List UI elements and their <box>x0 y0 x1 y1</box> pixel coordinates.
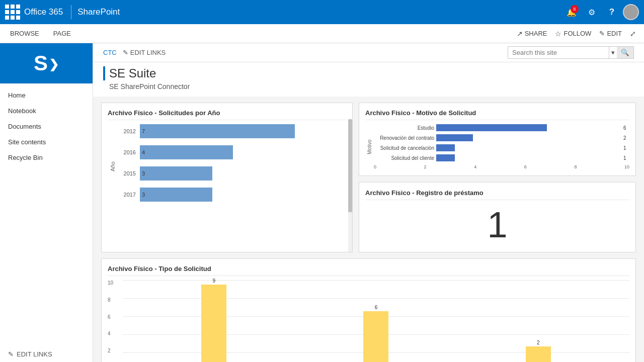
top-bar: Office 365 SharePoint 🔔 6 ⚙ ? <box>0 0 644 24</box>
search-bar-container: ▾ 🔍 <box>508 46 634 59</box>
sidebar-item-site-contents[interactable]: Site contents <box>0 134 93 150</box>
notifications-button[interactable]: 🔔 6 <box>562 3 581 21</box>
page-layout: S ❯ Home Notebook Documents Site content… <box>0 43 644 362</box>
charts-row-1: Archivo Físico - Solicitudes por Año Año… <box>101 103 636 252</box>
scrollbar-track[interactable] <box>348 119 352 252</box>
bar-2012: 2012 7 <box>118 124 346 138</box>
motivo-chart-card: Archivo Físico - Motivo de Solicitud Mot… <box>359 103 636 176</box>
page-title-bar: SE Suite SE SharePoint Connector <box>93 62 644 97</box>
tipo-bar-consulta: 2 Consulta <box>526 340 551 362</box>
motivo-estudio: Estudio 6 <box>374 124 629 131</box>
nav-divider <box>71 5 71 19</box>
search-go-button[interactable]: 🔍 <box>617 47 633 58</box>
sec-nav-right: ↗ SHARE ☆ FOLLOW ✎ EDIT ⤢ <box>517 30 636 38</box>
motivo-renovacion: Renovación del contrato 2 <box>374 134 629 141</box>
sidebar-item-recycle-bin[interactable]: Recycle Bin <box>0 150 93 165</box>
user-avatar[interactable] <box>623 4 639 20</box>
pencil-icon-sidebar: ✎ <box>8 350 14 358</box>
tipo-solicitud-card: Archivo Físico - Tipo de Solicitud 10 8 … <box>101 258 636 362</box>
prestamo-bar <box>201 285 226 362</box>
edit-page-button[interactable]: ✎ EDIT <box>599 30 622 37</box>
solicitudes-y-axis-label: Año <box>108 124 118 209</box>
sidebar-nav: Home Notebook Documents Site contents Re… <box>0 83 93 346</box>
tipo-chart-area: 10 8 6 4 2 0 <box>108 280 629 362</box>
top-bar-right: 🔔 6 ⚙ ? <box>562 3 639 21</box>
sidebar-item-home[interactable]: Home <box>0 87 93 103</box>
bar-2016: 2016 4 <box>118 145 346 159</box>
help-button[interactable]: ? <box>603 3 621 21</box>
bar-2017: 2017 3 <box>118 188 346 202</box>
motivo-chart-body: Motivo Estudio 6 Reno <box>365 124 629 169</box>
motivo-y-axis-label: Motivo <box>365 124 374 169</box>
sidebar-edit-links[interactable]: ✎ EDIT LINKS <box>0 346 93 362</box>
apps-button[interactable] <box>5 5 20 20</box>
edit-links-button[interactable]: ✎ EDIT LINKS <box>123 49 166 56</box>
page-title: SE Suite <box>103 66 634 80</box>
charts-row-2: Archivo Físico - Tipo de Solicitud 10 8 … <box>101 258 636 362</box>
charts-area: Archivo Físico - Solicitudes por Año Año… <box>93 97 644 362</box>
scrollbar-thumb[interactable] <box>348 119 352 212</box>
search-bar: ▾ 🔍 <box>508 46 634 59</box>
share-button[interactable]: ↗ SHARE <box>517 30 547 38</box>
registro-prestamo-title: Archivo Físico - Registro de préstamo <box>365 189 629 200</box>
motivo-x-axis: 0 2 4 6 8 10 <box>374 164 629 169</box>
copia-bar <box>363 311 388 362</box>
main-content: CTC ✎ EDIT LINKS ▾ 🔍 SE Suite SE SharePo… <box>93 43 644 362</box>
registro-prestamo-value: 1 <box>365 204 629 245</box>
arrow-icon: ❯ <box>49 57 59 71</box>
solicitudes-chart-card: Archivo Físico - Solicitudes por Año Año… <box>101 103 353 252</box>
registro-prestamo-card: Archivo Físico - Registro de préstamo 1 <box>359 182 636 252</box>
site-logo-icon: S ❯ <box>34 51 59 75</box>
browse-tab[interactable]: BROWSE <box>8 24 41 43</box>
sharepoint-label: SharePoint <box>77 7 120 17</box>
tipo-bar-copia: 6 Copia <box>363 305 388 362</box>
solicitudes-chart-title: Archivo Físico - Solicitudes por Año <box>108 109 346 120</box>
motivo-cancelacion: Solicitud de cancelación 1 <box>374 144 629 151</box>
motivo-cliente: Solicitud del cliente 1 <box>374 154 629 161</box>
page-subtitle: SE SharePoint Connector <box>103 82 634 90</box>
tipo-y-axis: 10 8 6 4 2 0 <box>108 280 123 362</box>
apps-icon <box>5 5 20 20</box>
content-header: CTC ✎ EDIT LINKS ▾ 🔍 <box>93 43 644 62</box>
follow-button[interactable]: ☆ FOLLOW <box>555 30 591 38</box>
settings-button[interactable]: ⚙ <box>583 3 601 21</box>
tipo-solicitud-title: Archivo Físico - Tipo de Solicitud <box>108 265 629 276</box>
right-column: Archivo Físico - Motivo de Solicitud Mot… <box>359 103 636 252</box>
search-dropdown-button[interactable]: ▾ <box>609 47 617 58</box>
motivo-chart-title: Archivo Físico - Motivo de Solicitud <box>365 109 629 120</box>
motivo-bars: Estudio 6 Renovación del contrato <box>374 124 629 169</box>
breadcrumb[interactable]: CTC <box>103 49 117 56</box>
page-tab[interactable]: PAGE <box>51 24 73 43</box>
pencil-icon: ✎ <box>599 30 605 37</box>
gear-icon: ⚙ <box>588 8 595 17</box>
secondary-nav: BROWSE PAGE ↗ SHARE ☆ FOLLOW ✎ EDIT ⤢ <box>0 24 644 43</box>
consulta-bar <box>526 346 551 362</box>
office365-label: Office 365 <box>24 7 63 17</box>
tipo-bar-prestamo: 9 Préstamo <box>201 278 226 362</box>
sidebar-item-documents[interactable]: Documents <box>0 119 93 134</box>
pencil-icon-header: ✎ <box>123 49 128 56</box>
bar-2015: 2015 3 <box>118 166 346 180</box>
notification-badge: 6 <box>571 5 579 13</box>
share-icon: ↗ <box>517 30 523 38</box>
sidebar: S ❯ Home Notebook Documents Site content… <box>0 43 93 362</box>
solicitudes-bars: 2012 7 2016 <box>118 124 346 209</box>
tipo-bars-container: 9 Préstamo 6 Copia <box>123 280 629 362</box>
question-icon: ? <box>609 7 614 17</box>
solicitudes-chart-body: Año 2012 7 <box>108 124 346 209</box>
sidebar-item-notebook[interactable]: Notebook <box>0 103 93 119</box>
focus-mode-button[interactable]: ⤢ <box>630 30 636 38</box>
star-icon: ☆ <box>555 30 561 38</box>
expand-icon: ⤢ <box>630 30 636 38</box>
search-input[interactable] <box>508 47 609 58</box>
site-logo: S ❯ <box>0 43 93 83</box>
s-letter: S <box>34 51 48 75</box>
